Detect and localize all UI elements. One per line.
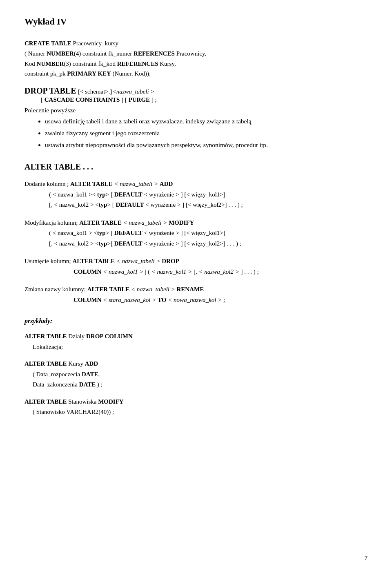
zmiana-kw-to: TO [158,297,166,303]
create-table-section: CREATE TABLE Pracownicy_kursy ( Numer NU… [24,38,368,79]
usuniecie-kw2: DROP [162,258,179,264]
ex2-line1: ALTER TABLE Kursy ADD [24,359,368,369]
ex1-kw1: ALTER TABLE [24,333,67,339]
drop-table-line2: [ CASCADE CONSTRAINTS ] [ PURGE ] ; [41,96,368,103]
dodanie-label: Dodanie kolumn ; [24,181,70,187]
zmiana-semi: ; [223,297,225,303]
alter-zmiana-block: Zmiana nazwy kolumny; ALTER TABLE < nazw… [24,284,368,305]
dodanie-body2: [, < nazwa_kol2 > <typ> [ DEFAULT < wyra… [49,201,243,208]
usuniecie-kw1: ALTER TABLE [72,258,115,264]
ex1-table: Dzialy [68,333,86,339]
drop-table-desc-intro: Polecenie powyższe [24,107,368,114]
alter-table-section: ALTER TABLE . . . Dodanie kolumn ; ALTER… [24,162,368,305]
zmiana-kw3: COLUMN [74,297,101,303]
example-3: ALTER TABLE Stanowiska MODIFY ( Stanowis… [24,397,368,418]
drop-table-bullet-list: usuwa definicję tabeli i dane z tabeli o… [45,116,368,150]
ex1-line2: Lokalizacja; [33,342,368,353]
alter-usuniecie-block: Usunięcie kolumn; ALTER TABLE < nazwa_ta… [24,256,368,277]
alter-dodanie-line1: Dodanie kolumn ; ALTER TABLE < nazwa_tab… [24,179,368,190]
ex2-body1: ( Data_rozpoczecia DATE, [33,371,100,377]
alter-zmiana-line1: Zmiana nazwy kolumny; ALTER TABLE < nazw… [24,284,368,295]
usuniecie-table: < nazwa_tabeli > [116,258,162,264]
ex3-table: Stanowiska [68,398,98,405]
usuniecie-label: Usunięcie kolumn; [24,258,72,264]
dodanie-body1: ( < nazwa_kol1 >< typ> [ DEFAULT < wyraż… [49,191,225,198]
ex3-line1: ALTER TABLE Stanowiska MODIFY [24,397,368,407]
ex2-line2: ( Data_rozpoczecia DATE, [33,369,368,380]
bullet-1: usuwa definicję tabeli i dane z tabeli o… [45,116,368,127]
modyfikacja-body1: ( < nazwa_kol1 > <typ> [ DEFAULT < wyraż… [49,230,225,236]
alter-usuniecie-line1: Usunięcie kolumn; ALTER TABLE < nazwa_ta… [24,256,368,267]
usuniecie-bracket: [, [194,268,199,275]
ex1-line1: ALTER TABLE Dzialy DROP COLUMN [24,331,368,342]
zmiana-kw1: ALTER TABLE [87,286,130,293]
zmiana-label: Zmiana nazwy kolumny; [24,286,87,293]
bullet-2: zwalnia fizyczny segment i jego rozszerz… [45,128,368,138]
drop-table-section: DROP TABLE [< schemat>.]<nazwa_tabeli > … [24,86,368,150]
create-table-line4: constraint pk_pk PRIMARY KEY (Numer, Kod… [24,69,368,79]
drop-kw: DROP TABLE [24,86,76,95]
ex2-kw2: ADD [85,360,98,367]
create-body2: Kod NUMBER(3) constraint fk_kod REFERENC… [24,60,176,67]
alter-dodanie-line2: ( < nazwa_kol1 >< typ> [ DEFAULT < wyraż… [49,190,368,200]
ex1-kw2: DROP COLUMN [86,333,133,339]
ex3-kw1: ALTER TABLE [24,398,67,405]
alter-usuniecie-line2: COLUMN < nazwa_kol1 > | ( < nazwa_kol1 >… [74,267,368,277]
drop-cascade: [ CASCADE CONSTRAINTS ] [ PURGE ] ; [41,96,157,103]
dodanie-kw1: ALTER TABLE [70,181,113,187]
usuniecie-body: < nazwa_kol1 > [103,268,143,275]
alter-dodanie-line3: [, < nazwa_kol2 > <typ> [ DEFAULT < wyra… [49,200,368,210]
examples-heading: przykłady: [24,317,368,325]
create-table-line1: CREATE TABLE Pracownicy_kursy [24,38,368,49]
ex2-body2: Data_zakonczenia DATE ) ; [33,381,102,388]
alter-zmiana-line2: COLUMN < stara_nazwa_kol > TO < nowa_naz… [74,295,368,306]
usuniecie-end: ] . . . ) ; [241,268,259,275]
usuniecie-kw3: COLUMN [74,268,101,275]
alter-modyfikacja-line3: [, < nazwa_kol2 > <typ>[ DEFAULT < wyraż… [49,239,368,249]
create-table-line2: ( Numer NUMBER(4) constraint fk_numer RE… [24,49,368,59]
zmiana-kw2: RENAME [177,286,204,293]
alter-modyfikacja-line1: Modyfikacja kolumn; ALTER TABLE < nazwa_… [24,218,368,228]
alter-modyfikacja-block: Modyfikacja kolumn; ALTER TABLE < nazwa_… [24,218,368,249]
modyfikacja-kw2: MODIFY [169,219,194,226]
ex2-line3: Data_zakonczenia DATE ) ; [33,380,368,390]
alter-dodanie-block: Dodanie kolumn ; ALTER TABLE < nazwa_tab… [24,179,368,210]
usuniecie-body2: < nazwa_kol1 > [151,268,192,275]
example-2: ALTER TABLE Kursy ADD ( Data_rozpoczecia… [24,359,368,390]
usuniecie-pipe: | ( [145,268,151,275]
page-title: Wykład IV [24,16,368,27]
dodanie-kw2: ADD [160,181,173,187]
ex2-kw1: ALTER TABLE [24,360,67,367]
create-table-name: Pracownicy_kursy [73,40,118,47]
ex3-kw2: MODIFY [98,398,124,405]
alter-modyfikacja-line2: ( < nazwa_kol1 > <typ> [ DEFAULT < wyraż… [49,228,368,239]
ex3-body: ( Stanowisko VARCHAR2(40)) ; [33,409,114,415]
drop-table-heading-line: DROP TABLE [< schemat>.]<nazwa_tabeli > [24,86,368,96]
zmiana-old: < stara_nazwa_kol > [103,297,156,303]
example-1: ALTER TABLE Dzialy DROP COLUMN Lokalizac… [24,331,368,352]
ex3-line2: ( Stanowisko VARCHAR2(40)) ; [33,407,368,418]
bullet-3: ustawia atrybut niepoprawności dla powią… [45,140,368,150]
create-body3: constraint pk_pk PRIMARY KEY (Numer, Kod… [24,70,151,77]
zmiana-table: < nazwa_tabeli > [131,286,177,293]
create-body: ( Numer NUMBER(4) constraint fk_numer RE… [24,50,206,57]
modyfikacja-table: < nazwa_tabeli > [123,219,169,226]
create-kw: CREATE TABLE [24,40,71,47]
modyfikacja-label: Modyfikacja kolumn; [24,219,79,226]
zmiana-new: < nowa_nazwa_kol > [168,297,222,303]
usuniecie-body3: < nazwa_kol2 > [198,268,239,275]
ex1-col: Lokalizacja; [33,344,63,350]
create-table-line3: Kod NUMBER(3) constraint fk_kod REFERENC… [24,59,368,69]
ex2-table: Kursy [68,360,85,367]
modyfikacja-body2: [, < nazwa_kol2 > <typ>[ DEFAULT < wyraż… [49,240,241,247]
page-number: 7 [365,555,368,562]
dodanie-table: < nazwa_tabeli > [114,181,160,187]
modyfikacja-kw1: ALTER TABLE [79,219,122,226]
examples-section: przykłady: ALTER TABLE Dzialy DROP COLUM… [24,317,368,418]
alter-heading: ALTER TABLE . . . [24,162,368,172]
drop-table-schema: [< schemat>.]<nazwa_tabeli > [78,88,155,95]
